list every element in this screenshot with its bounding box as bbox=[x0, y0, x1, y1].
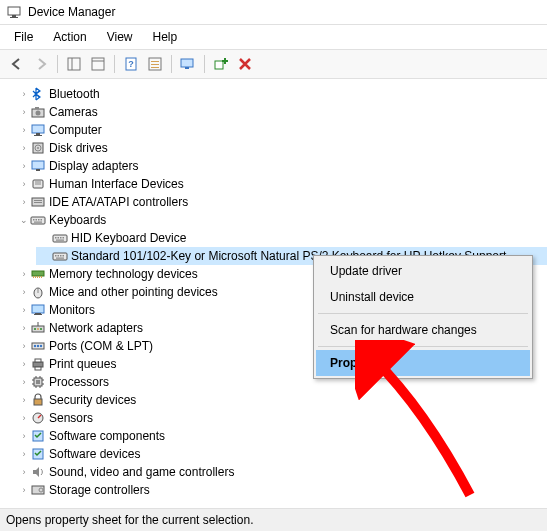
expand-icon[interactable]: › bbox=[18, 125, 30, 135]
svg-rect-51 bbox=[32, 271, 44, 276]
tree-node[interactable]: ›Sound, video and game controllers bbox=[14, 463, 547, 481]
tree-node[interactable]: ›Disk drives bbox=[14, 139, 547, 157]
expand-icon[interactable]: › bbox=[18, 179, 30, 189]
tree-node[interactable]: ›Display adapters bbox=[14, 157, 547, 175]
tree-node[interactable]: ›Storage controllers bbox=[14, 481, 547, 499]
sound-icon bbox=[30, 464, 46, 480]
svg-point-17 bbox=[36, 111, 41, 116]
expand-icon[interactable]: › bbox=[18, 467, 30, 477]
tree-node-label: Bluetooth bbox=[49, 87, 100, 101]
printer-icon bbox=[30, 356, 46, 372]
hid-icon bbox=[30, 176, 46, 192]
svg-point-24 bbox=[37, 147, 39, 149]
svg-point-68 bbox=[34, 345, 36, 347]
svg-rect-0 bbox=[8, 7, 20, 15]
help-button[interactable]: ? bbox=[120, 53, 142, 75]
expand-icon[interactable]: › bbox=[18, 197, 30, 207]
uninstall-button[interactable] bbox=[234, 53, 256, 75]
context-menu-item[interactable]: Scan for hardware changes bbox=[316, 317, 530, 343]
svg-text:?: ? bbox=[128, 59, 134, 69]
tree-node-label: Software devices bbox=[49, 447, 140, 461]
svg-rect-19 bbox=[32, 125, 44, 133]
tree-node[interactable]: ›Software devices bbox=[14, 445, 547, 463]
svg-rect-54 bbox=[37, 276, 38, 278]
tree-node-label: Software components bbox=[49, 429, 165, 443]
tree-node[interactable]: ›Human Interface Devices bbox=[14, 175, 547, 193]
toolbar-separator bbox=[204, 55, 205, 73]
tree-node-label: Display adapters bbox=[49, 159, 138, 173]
tree-node[interactable]: ›IDE ATA/ATAPI controllers bbox=[14, 193, 547, 211]
tree-node[interactable]: ›Cameras bbox=[14, 103, 547, 121]
toolbar: ? bbox=[0, 49, 547, 79]
svg-rect-84 bbox=[34, 399, 42, 405]
menu-view[interactable]: View bbox=[97, 27, 143, 47]
svg-rect-55 bbox=[39, 276, 40, 278]
svg-rect-56 bbox=[41, 276, 42, 278]
tree-node[interactable]: ⌄Keyboards bbox=[14, 211, 547, 229]
add-hardware-button[interactable] bbox=[210, 53, 232, 75]
tree-node[interactable]: ›Software components bbox=[14, 427, 547, 445]
context-menu-item[interactable]: Update driver bbox=[316, 258, 530, 284]
svg-rect-37 bbox=[41, 219, 43, 221]
svg-rect-71 bbox=[33, 362, 43, 367]
tree-node-label: Mice and other pointing devices bbox=[49, 285, 218, 299]
tree-node-label: Memory technology devices bbox=[49, 267, 198, 281]
menu-help[interactable]: Help bbox=[143, 27, 188, 47]
forward-button[interactable] bbox=[30, 53, 52, 75]
menu-action[interactable]: Action bbox=[43, 27, 96, 47]
context-menu-item[interactable]: Uninstall device bbox=[316, 284, 530, 310]
scan-hardware-button[interactable] bbox=[177, 53, 199, 75]
expand-icon[interactable]: › bbox=[18, 107, 30, 117]
memory-icon bbox=[30, 266, 46, 282]
svg-rect-43 bbox=[63, 237, 65, 239]
show-hide-tree-button[interactable] bbox=[63, 53, 85, 75]
expand-icon[interactable]: › bbox=[18, 395, 30, 405]
port-icon bbox=[30, 338, 46, 354]
expand-icon[interactable]: › bbox=[18, 341, 30, 351]
expand-icon[interactable]: › bbox=[18, 89, 30, 99]
svg-rect-35 bbox=[36, 219, 38, 221]
svg-rect-10 bbox=[151, 61, 159, 62]
context-menu-item[interactable]: Properties bbox=[316, 350, 530, 376]
expand-icon[interactable]: › bbox=[18, 269, 30, 279]
tree-node[interactable]: ›Computer bbox=[14, 121, 547, 139]
toolbar-separator bbox=[57, 55, 58, 73]
keyboard-icon bbox=[30, 212, 46, 228]
expand-icon[interactable]: › bbox=[18, 143, 30, 153]
svg-rect-34 bbox=[33, 219, 35, 221]
security-icon bbox=[30, 392, 46, 408]
svg-point-69 bbox=[37, 345, 39, 347]
svg-rect-2 bbox=[10, 17, 18, 18]
sensor-icon bbox=[30, 410, 46, 426]
expand-icon[interactable]: › bbox=[18, 485, 30, 495]
network-icon bbox=[30, 320, 46, 336]
expand-icon[interactable]: › bbox=[18, 413, 30, 423]
svg-rect-31 bbox=[34, 200, 42, 201]
tree-node-label: Computer bbox=[49, 123, 102, 137]
expand-icon[interactable]: › bbox=[18, 161, 30, 171]
menu-file[interactable]: File bbox=[4, 27, 43, 47]
cpu-icon bbox=[30, 374, 46, 390]
svg-rect-26 bbox=[36, 169, 40, 171]
expand-icon[interactable]: › bbox=[18, 431, 30, 441]
properties-toolbar-button[interactable] bbox=[87, 53, 109, 75]
back-button[interactable] bbox=[6, 53, 28, 75]
svg-rect-36 bbox=[38, 219, 40, 221]
expand-icon[interactable]: › bbox=[18, 287, 30, 297]
tree-node[interactable]: ›Sensors bbox=[14, 409, 547, 427]
expand-icon[interactable]: › bbox=[18, 449, 30, 459]
action-button[interactable] bbox=[144, 53, 166, 75]
tree-node[interactable]: ›Security devices bbox=[14, 391, 547, 409]
tree-node-label: Keyboards bbox=[49, 213, 106, 227]
svg-rect-15 bbox=[215, 61, 223, 69]
svg-point-64 bbox=[37, 328, 39, 330]
svg-rect-3 bbox=[68, 58, 80, 70]
expand-icon[interactable]: › bbox=[18, 323, 30, 333]
storage-icon bbox=[30, 482, 46, 498]
tree-node[interactable]: HID Keyboard Device bbox=[36, 229, 547, 247]
tree-node[interactable]: ›Bluetooth bbox=[14, 85, 547, 103]
expand-icon[interactable]: › bbox=[18, 359, 30, 369]
collapse-icon[interactable]: ⌄ bbox=[18, 215, 30, 225]
expand-icon[interactable]: › bbox=[18, 377, 30, 387]
expand-icon[interactable]: › bbox=[18, 305, 30, 315]
